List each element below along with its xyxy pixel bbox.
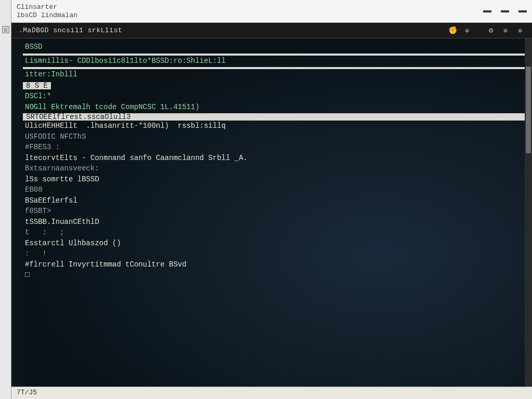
terminal-line: ltecorvtElts - Conmnand sanfo Caanmclann… bbox=[25, 154, 527, 163]
terminal-line: Lismnillis- CDDlbosi1c8l1lto*BSSD:ro:Shl… bbox=[25, 57, 527, 66]
terminal-line: itter:Inblll bbox=[25, 70, 527, 79]
menu-toolbar: .MaDBGD sncsil1 srkLlist ✊ ✲ ⚙ ✲ ✲ bbox=[11, 23, 532, 38]
scrollbar-thumb[interactable] bbox=[526, 66, 531, 154]
menubar-label: .MaDBGD sncsil1 srkLlist bbox=[19, 26, 122, 34]
gear-icon[interactable]: ✲ bbox=[462, 26, 472, 35]
terminal-highlight-bar bbox=[23, 54, 532, 56]
terminal-line: BSSD bbox=[25, 43, 527, 52]
gear-icon[interactable]: ✲ bbox=[515, 26, 525, 35]
gutter-icon[interactable]: ▢ bbox=[2, 26, 9, 33]
gear-icon[interactable]: ⚙ bbox=[486, 26, 496, 35]
app-left-gutter: ▢ bbox=[0, 0, 11, 399]
terminal-line: #flrcrell Invyrtitmmad tConultre BSvd bbox=[25, 260, 527, 270]
terminal-line: BSaEEflerfsl bbox=[25, 196, 527, 206]
window-titlebar: Clinsarter lbsCD lindmalan bbox=[11, 0, 532, 23]
terminal-highlight-bar: 8 S E bbox=[23, 82, 51, 89]
status-bar: 7T/J5 bbox=[11, 387, 532, 399]
title-line-1: Clinsarter bbox=[17, 3, 77, 11]
terminal-pane[interactable]: BSSD Lismnillis- CDDlbosi1c8l1lto*BSSD:r… bbox=[11, 38, 532, 399]
terminal-content[interactable]: BSSD Lismnillis- CDDlbosi1c8l1lto*BSSD:r… bbox=[23, 38, 532, 287]
terminal-highlight-bar: SRTOEElflrest.sscaOlull3 bbox=[23, 113, 532, 121]
title-line-2: lbsCD lindmalan bbox=[17, 11, 77, 20]
status-text: 7T/J5 bbox=[17, 389, 37, 396]
terminal-line: tSSBB.InuanCEthlD bbox=[25, 218, 527, 227]
terminal-line: NOGll Ektremalh tcode CompNCSC 1L.41511) bbox=[25, 103, 527, 112]
gear-icon[interactable]: ✲ bbox=[501, 26, 510, 35]
terminal-line: DSCl:* bbox=[25, 92, 527, 101]
hand-icon[interactable]: ✊ bbox=[448, 26, 457, 35]
separator-icon bbox=[477, 26, 481, 35]
terminal-line: Esstarctl Ulhbaszod () bbox=[25, 239, 527, 248]
line-number-gutter bbox=[11, 38, 23, 399]
window-controls bbox=[483, 10, 527, 12]
terminal-line: □ bbox=[25, 271, 527, 280]
terminal-line: EB08 bbox=[25, 185, 527, 195]
dash2-button[interactable] bbox=[518, 10, 527, 12]
terminal-line: : ! bbox=[25, 249, 527, 259]
terminal-highlight-bar bbox=[23, 67, 532, 69]
terminal-line: #FBES3 : bbox=[25, 143, 527, 152]
title-text: Clinsarter lbsCD lindmalan bbox=[17, 3, 77, 19]
minimize-button[interactable] bbox=[483, 10, 491, 12]
dash-button[interactable] bbox=[501, 10, 509, 12]
terminal-line: f0SBT> bbox=[25, 207, 527, 216]
terminal-line: t : ; bbox=[25, 228, 527, 237]
scrollbar-track[interactable] bbox=[525, 38, 532, 387]
main-window: Clinsarter lbsCD lindmalan .MaDBGD sncsi… bbox=[11, 0, 532, 399]
terminal-line: lSs somrtte lBSSD bbox=[25, 175, 527, 184]
terminal-line: USFODIC NFCThS bbox=[25, 132, 527, 142]
terminal-line: Bxtsarnaansveeck: bbox=[25, 164, 527, 174]
terminal-line: UlicHEHHEllt .lhasanritt-*100nl) rssbl:s… bbox=[25, 122, 527, 131]
toolbar-icons: ✊ ✲ ⚙ ✲ ✲ bbox=[448, 26, 525, 35]
